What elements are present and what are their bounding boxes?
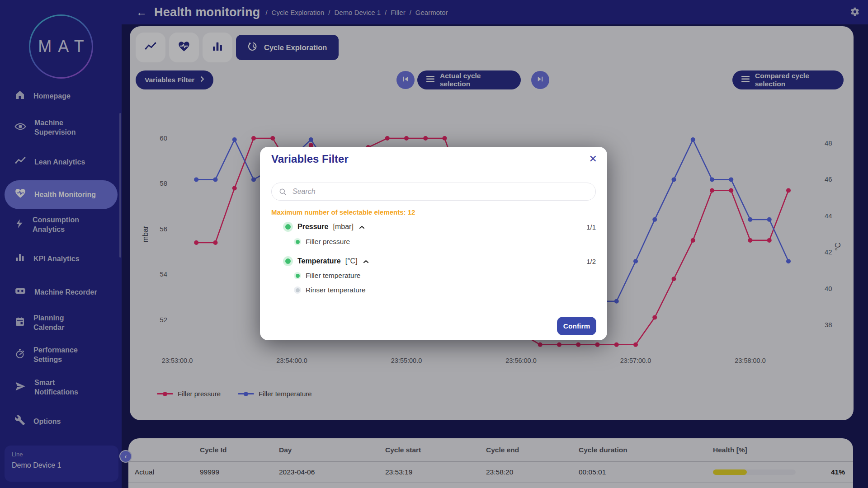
selected-dot xyxy=(294,272,301,279)
group-name: Temperature xyxy=(297,257,341,265)
variable-row-filler-temperature[interactable]: Filler temperature xyxy=(271,272,596,280)
group-count: 1/1 xyxy=(586,223,596,231)
confirm-button[interactable]: Confirm xyxy=(557,317,596,335)
modal-title: Variables Filter xyxy=(271,153,349,165)
variable-row-filler-pressure[interactable]: Filler pressure xyxy=(271,238,596,246)
max-elements-warning: Maximum number of selectable elements: 1… xyxy=(271,208,415,216)
group-row-temperature[interactable]: Temperature [°C] 1/2 xyxy=(271,256,596,266)
group-name: Pressure xyxy=(297,223,329,231)
selected-dot xyxy=(294,238,301,245)
chevron-up-icon[interactable] xyxy=(363,257,369,265)
unselected-dot xyxy=(294,286,301,294)
close-icon[interactable]: ✕ xyxy=(587,152,599,166)
group-count: 1/2 xyxy=(586,258,596,265)
group-unit: [°C] xyxy=(345,257,358,265)
chevron-up-icon[interactable] xyxy=(359,223,365,231)
variable-name: Rinser temperature xyxy=(306,286,366,294)
selected-dot xyxy=(283,222,293,232)
group-unit: [mbar] xyxy=(333,223,354,231)
variable-row-rinser-temperature[interactable]: Rinser temperature xyxy=(271,286,596,294)
app-root: MAT Homepage Machine Supervision Lean An… xyxy=(0,0,868,488)
search-icon xyxy=(278,188,287,198)
variable-name: Filler pressure xyxy=(306,238,350,246)
variable-name: Filler temperature xyxy=(306,272,360,280)
group-row-pressure[interactable]: Pressure [mbar] 1/1 xyxy=(271,222,596,232)
search-input[interactable] xyxy=(271,183,596,201)
selected-dot xyxy=(283,256,293,266)
variables-filter-modal: Variables Filter ✕ Maximum number of sel… xyxy=(260,147,607,340)
